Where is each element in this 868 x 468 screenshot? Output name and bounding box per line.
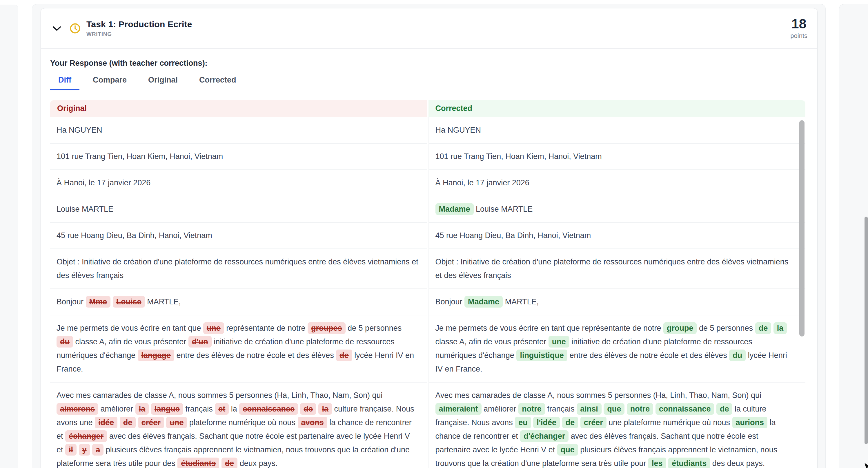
diff-cell-orig: Louise MARTLE: [50, 196, 427, 222]
deleted-word: une: [166, 417, 187, 428]
diff-table: Original Corrected Ha NGUYENHa NGUYEN101…: [50, 100, 805, 468]
points-value: 18: [790, 17, 807, 30]
task-card-body: Your Response (with teacher corrections)…: [41, 49, 817, 468]
diff-cell-orig: 45 rue Hoang Dieu, Ba Dinh, Hanoi, Vietn…: [50, 222, 427, 248]
diff-table-scrollbar-thumb[interactable]: [799, 120, 805, 336]
added-word: connaissance: [655, 403, 714, 415]
deleted-word: la: [135, 403, 149, 415]
added-word: Madame: [464, 296, 503, 307]
deleted-word: du: [57, 336, 73, 347]
diff-cell-corr: Je me permets de vous écrire en tant que…: [429, 315, 806, 382]
deleted-word: de: [120, 417, 136, 428]
deleted-word: une: [203, 322, 224, 334]
deleted-word: avons: [298, 417, 327, 428]
deleted-word: de: [221, 458, 238, 468]
deleted-word: y: [79, 444, 90, 456]
deleted-word: Louise: [113, 296, 145, 307]
added-word: groupe: [663, 322, 697, 334]
added-word: d'échanger: [520, 430, 568, 442]
diff-cell-corr: Madame Louise MARTLE: [429, 196, 806, 222]
deleted-word: il: [65, 444, 76, 456]
response-section-heading: Your Response (with teacher corrections)…: [50, 59, 805, 68]
deleted-word: Mme: [86, 296, 111, 307]
added-word: que: [603, 403, 624, 415]
task-title: Task 1: Production Ecrite: [86, 20, 192, 29]
deleted-word: langue: [151, 403, 183, 415]
added-word: les: [648, 458, 666, 468]
chevron-down-icon: [53, 26, 61, 31]
tab-original[interactable]: Original: [140, 75, 186, 90]
added-word: aimeraient: [435, 403, 482, 415]
added-word: créer: [580, 417, 607, 428]
deleted-word: et: [215, 403, 229, 415]
task-card-header: Task 1: Production Ecrite WRITING 18 poi…: [41, 8, 817, 49]
right-background-panel: [839, 4, 868, 468]
diff-cell-corr: À Hanoi, le 17 janvier 2026: [429, 169, 806, 196]
diff-cell-corr: Avec mes camarades de classe A, nous som…: [429, 382, 806, 468]
clock-icon: [69, 23, 81, 34]
page-scrollbar-thumb[interactable]: [865, 216, 868, 444]
diff-cell-orig: Ha NGUYEN: [50, 117, 427, 143]
added-word: notre: [518, 403, 545, 415]
deleted-word: échanger: [65, 430, 107, 442]
added-word: de: [755, 322, 771, 334]
column-gap: [427, 100, 429, 117]
deleted-word: de: [336, 349, 352, 361]
original-column-header: Original: [50, 100, 427, 117]
added-word: étudiants: [668, 458, 710, 468]
added-word: ainsi: [577, 403, 601, 415]
deleted-word: d'un: [188, 336, 212, 347]
diff-cell-corr: 45 rue Hoang Dieu, Ba Dinh, Hanoi, Vietn…: [429, 222, 806, 248]
tab-corrected[interactable]: Corrected: [191, 75, 244, 90]
diff-cell-corr: 101 rue Trang Tien, Hoan Kiem, Hanoi, Vi…: [429, 143, 806, 169]
added-word: notre: [627, 403, 653, 415]
diff-cell-orig: Objet : Initiative de création d'une pla…: [50, 248, 427, 289]
deleted-word: langage: [138, 349, 174, 361]
added-word: de: [562, 417, 578, 428]
added-word: que: [557, 444, 578, 456]
diff-cell-orig: À Hanoi, le 17 janvier 2026: [50, 169, 427, 196]
diff-cell-corr: Bonjour Madame MARTLE,: [429, 289, 806, 315]
deleted-word: connaissance: [239, 403, 298, 415]
added-word: aurions: [732, 417, 768, 428]
deleted-word: aimerons: [57, 403, 98, 415]
diff-cell-corr: Objet : Initiative de création d'une pla…: [429, 248, 806, 289]
diff-cell-orig: Je me permets de vous écrire en tant que…: [50, 315, 427, 382]
corrected-column-header: Corrected: [429, 100, 806, 117]
added-word: eu: [515, 417, 531, 428]
added-word: la: [774, 322, 787, 334]
deleted-word: créer: [138, 417, 164, 428]
added-word: linguistique: [516, 349, 567, 361]
deleted-word: groupes: [308, 322, 346, 334]
points-label: points: [790, 32, 807, 40]
diff-cell-orig: Bonjour Mme Louise MARTLE,: [50, 289, 427, 315]
task-category-label: WRITING: [86, 31, 192, 37]
response-view-tabs: DiffCompareOriginalCorrected: [50, 75, 805, 90]
task-card: Task 1: Production Ecrite WRITING 18 poi…: [40, 8, 817, 468]
deleted-word: étudiants: [178, 458, 219, 468]
collapse-task-button[interactable]: [52, 24, 62, 33]
tab-diff[interactable]: Diff: [50, 75, 80, 90]
added-word: Madame: [435, 203, 474, 215]
added-word: du: [729, 349, 746, 361]
deleted-word: idée: [95, 417, 117, 428]
deleted-word: a: [92, 444, 103, 456]
added-word: l'idée: [533, 417, 560, 428]
left-background-panel: [0, 5, 18, 468]
deleted-word: de: [300, 403, 316, 415]
deleted-word: la: [318, 403, 332, 415]
diff-cell-orig: Avec mes camarades de classe A, nous som…: [50, 382, 427, 468]
added-word: une: [549, 336, 569, 347]
diff-cell-corr: Ha NGUYEN: [429, 117, 806, 143]
tab-compare[interactable]: Compare: [85, 75, 135, 90]
diff-cell-orig: 101 rue Trang Tien, Hoan Kiem, Hanoi, Vi…: [50, 143, 427, 169]
added-word: de: [716, 403, 733, 415]
